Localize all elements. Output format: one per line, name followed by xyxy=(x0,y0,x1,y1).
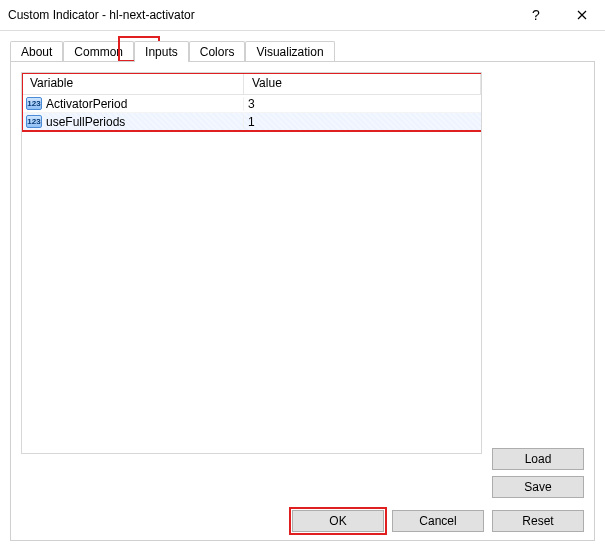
tab-label: Colors xyxy=(200,45,235,59)
tab-label: Common xyxy=(74,45,123,59)
inputs-table: Variable Value 123 ActivatorPeriod 3 123… xyxy=(21,72,482,454)
tab-colors[interactable]: Colors xyxy=(189,41,246,62)
column-header-variable[interactable]: Variable xyxy=(22,73,244,94)
table-row[interactable]: 123 useFullPeriods 1 xyxy=(22,113,481,131)
table-header-row: Variable Value xyxy=(22,73,481,95)
cell-value[interactable]: 1 xyxy=(244,115,481,129)
reset-button[interactable]: Reset xyxy=(492,510,584,532)
tab-label: Visualization xyxy=(256,45,323,59)
ok-button[interactable]: OK xyxy=(292,510,384,532)
table-row[interactable]: 123 ActivatorPeriod 3 xyxy=(22,95,481,113)
save-button[interactable]: Save xyxy=(492,476,584,498)
titlebar-divider xyxy=(0,30,605,31)
int-type-icon: 123 xyxy=(26,97,42,110)
window-title: Custom Indicator - hl-next-activator xyxy=(8,8,513,22)
tab-label: Inputs xyxy=(145,45,178,59)
cell-value[interactable]: 3 xyxy=(244,97,481,111)
variable-value: 3 xyxy=(248,97,255,111)
tab-panel: Variable Value 123 ActivatorPeriod 3 123… xyxy=(10,61,595,541)
variable-name: useFullPeriods xyxy=(46,115,125,129)
column-header-value[interactable]: Value xyxy=(244,73,481,94)
cancel-button[interactable]: Cancel xyxy=(392,510,484,532)
dialog-content: About Common Inputs Colors Visualization… xyxy=(0,33,605,541)
int-type-icon: 123 xyxy=(26,115,42,128)
tab-inputs[interactable]: Inputs xyxy=(134,41,189,62)
close-button[interactable] xyxy=(559,0,605,30)
titlebar: Custom Indicator - hl-next-activator ? xyxy=(0,0,605,30)
dialog-button-row: OK Cancel Reset xyxy=(292,510,584,532)
tab-visualization[interactable]: Visualization xyxy=(245,41,334,62)
tab-common[interactable]: Common xyxy=(63,41,134,62)
help-icon: ? xyxy=(532,7,540,23)
tab-label: About xyxy=(21,45,52,59)
ok-wrap: OK xyxy=(292,510,384,532)
cell-variable: 123 ActivatorPeriod xyxy=(22,97,244,111)
tab-strip: About Common Inputs Colors Visualization xyxy=(10,39,595,61)
load-save-column: Load Save xyxy=(492,448,584,498)
load-button[interactable]: Load xyxy=(492,448,584,470)
close-icon xyxy=(577,10,587,20)
variable-value: 1 xyxy=(248,115,255,129)
tab-about[interactable]: About xyxy=(10,41,63,62)
help-button[interactable]: ? xyxy=(513,0,559,30)
cell-variable: 123 useFullPeriods xyxy=(22,115,244,129)
variable-name: ActivatorPeriod xyxy=(46,97,127,111)
